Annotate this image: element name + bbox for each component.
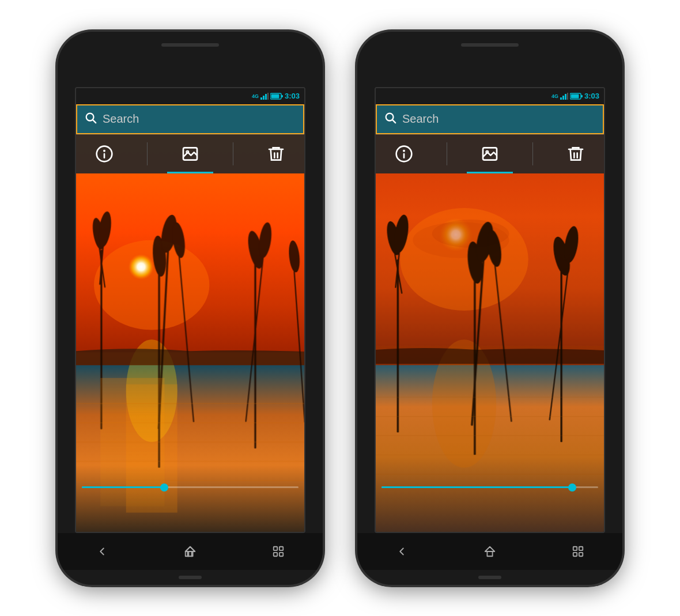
svg-rect-101 xyxy=(579,546,583,550)
svg-rect-0 xyxy=(260,97,262,100)
info-icon-2 xyxy=(395,145,413,163)
svg-line-8 xyxy=(93,120,96,123)
trash-icon-2 xyxy=(566,145,585,163)
image-icon-1 xyxy=(181,145,199,163)
image-icon-2 xyxy=(481,145,499,163)
status-bar-1: 4G 3:03 xyxy=(76,88,304,104)
status-time-2: 3:03 xyxy=(584,92,599,100)
svg-rect-50 xyxy=(279,546,283,550)
delete-button-2[interactable] xyxy=(561,139,590,168)
recent-button-2[interactable] xyxy=(561,540,595,563)
svg-rect-102 xyxy=(573,552,577,555)
image-area-2 xyxy=(376,134,604,532)
svg-marker-98 xyxy=(485,546,495,551)
search-placeholder-1: Search xyxy=(103,112,139,126)
sunset-image-1 xyxy=(76,134,304,532)
delete-button-1[interactable] xyxy=(262,139,290,168)
progress-fill-1 xyxy=(82,486,164,488)
search-placeholder-2: Search xyxy=(402,112,439,126)
svg-rect-46 xyxy=(186,551,195,556)
progress-bar-2[interactable] xyxy=(376,482,604,493)
phone-1: 4G 3:03 xyxy=(58,32,323,585)
svg-rect-6 xyxy=(271,94,279,98)
image-area-1 xyxy=(76,134,304,532)
svg-rect-99 xyxy=(487,551,492,556)
progress-bar-1[interactable] xyxy=(76,482,304,493)
search-bar-1[interactable]: Search xyxy=(76,104,304,134)
svg-rect-100 xyxy=(573,546,577,550)
toolbar-1 xyxy=(76,134,304,173)
progress-fill-2 xyxy=(381,486,572,488)
divider-1b xyxy=(233,142,233,165)
status-icons-2: 4G 3:03 xyxy=(551,92,599,100)
home-indicator-1 xyxy=(179,576,202,579)
home-button-1[interactable] xyxy=(173,540,207,563)
svg-rect-2 xyxy=(265,94,267,100)
lte-text-1: 4G xyxy=(252,93,259,99)
phones-container: 4G 3:03 xyxy=(58,32,622,585)
divider-2b xyxy=(532,142,533,165)
svg-rect-49 xyxy=(274,546,277,550)
nav-bar-1 xyxy=(58,533,323,570)
divider-2a xyxy=(447,142,447,165)
status-icons-1: 4G 3:03 xyxy=(252,92,300,100)
recent-button-1[interactable] xyxy=(261,540,296,563)
info-icon-1 xyxy=(95,145,114,163)
signal-icon-1 xyxy=(260,93,269,100)
home-button-2[interactable] xyxy=(473,540,507,563)
phone-2: 4G 3:03 xyxy=(357,32,622,585)
sunset-image-2 xyxy=(376,134,604,532)
svg-rect-58 xyxy=(581,95,583,97)
status-bar-2: 4G 3:03 xyxy=(376,88,604,104)
svg-rect-53 xyxy=(560,97,562,100)
svg-rect-54 xyxy=(562,96,564,100)
info-button-1[interactable] xyxy=(90,139,119,168)
search-icon-2 xyxy=(384,111,396,127)
svg-rect-51 xyxy=(274,552,277,555)
svg-rect-103 xyxy=(579,552,583,555)
svg-rect-27 xyxy=(254,256,256,448)
svg-rect-3 xyxy=(267,93,269,100)
search-icon-1 xyxy=(84,111,97,127)
svg-rect-1 xyxy=(263,96,265,100)
image-button-1[interactable] xyxy=(176,139,205,168)
info-button-2[interactable] xyxy=(390,139,418,168)
search-bar-2[interactable]: Search xyxy=(376,104,604,134)
signal-icon-2 xyxy=(560,93,568,100)
lte-text-2: 4G xyxy=(551,93,558,99)
svg-rect-5 xyxy=(281,95,283,97)
tab-indicator-2 xyxy=(467,172,513,173)
back-button-2[interactable] xyxy=(384,540,419,563)
progress-track-2 xyxy=(381,486,598,488)
toolbar-2 xyxy=(376,134,604,173)
divider-1a xyxy=(147,142,148,165)
svg-rect-55 xyxy=(565,94,566,100)
battery-icon-2 xyxy=(570,93,583,100)
earpiece-2 xyxy=(461,43,519,47)
svg-rect-71 xyxy=(397,259,399,432)
svg-rect-56 xyxy=(567,93,568,100)
progress-thumb-1 xyxy=(160,483,168,492)
progress-thumb-2 xyxy=(568,483,576,492)
svg-rect-82 xyxy=(560,262,562,442)
nav-bar-2 xyxy=(357,533,622,570)
svg-rect-52 xyxy=(279,552,283,555)
trash-icon-1 xyxy=(267,145,285,163)
svg-line-61 xyxy=(392,120,395,123)
battery-icon-1 xyxy=(270,93,283,100)
svg-rect-59 xyxy=(571,94,579,98)
earpiece-1 xyxy=(161,43,219,47)
tab-indicator-1 xyxy=(167,172,213,173)
home-indicator-2 xyxy=(478,576,501,579)
progress-track-1 xyxy=(82,486,299,488)
back-button-1[interactable] xyxy=(85,540,119,563)
svg-marker-47 xyxy=(186,546,195,551)
screen-1: 4G 3:03 xyxy=(75,87,305,533)
screen-2: 4G 3:03 xyxy=(375,87,605,533)
image-button-2[interactable] xyxy=(475,139,504,168)
status-time-1: 3:03 xyxy=(285,92,300,100)
